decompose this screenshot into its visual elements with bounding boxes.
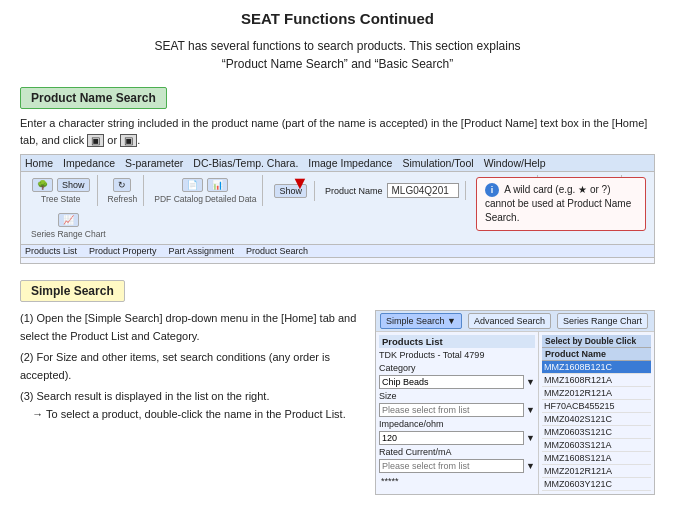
refresh-label: Refresh [108, 194, 138, 204]
toolbar-bottom-bar: Products List Product Property Part Assi… [21, 245, 654, 258]
toolbar-product-name-group: Product Name [319, 181, 466, 200]
product-name-search-section: Product Name Search Enter a character st… [20, 87, 655, 264]
ss-impedance-label: Impedance/ohm [379, 419, 459, 429]
ss-toolbar: Simple Search ▼ Advanced Search Series R… [376, 311, 654, 332]
ss-impedance-input[interactable] [379, 431, 524, 445]
simple-search-ui-col: Simple Search ▼ Advanced Search Series R… [375, 310, 655, 495]
tree-state-btn[interactable]: 🌳 [32, 178, 53, 192]
tree-state-label: Tree State [41, 194, 80, 204]
product-name-label: Product Name [325, 186, 383, 196]
product-name-search-description: Enter a character string included in the… [20, 115, 655, 148]
ss-category-label: Category [379, 363, 459, 373]
menu-home[interactable]: Home [25, 157, 53, 169]
ss-size-label: Size [379, 391, 459, 401]
ss-stars: ***** [381, 476, 399, 486]
intro-text: SEAT has several functions to search pro… [20, 37, 655, 73]
simple-search-content: (1) Open the [Simple Search] drop-down m… [20, 310, 655, 495]
product-name-search-header: Product Name Search [20, 87, 167, 109]
toolbar-series-range-group: 📈 Series Range Chart [25, 210, 112, 241]
click-indicator-2: ▣ [120, 134, 137, 147]
simple-search-ui: Simple Search ▼ Advanced Search Series R… [375, 310, 655, 495]
menu-bar: Home Impedance S-parameter DC-Bias/Temp.… [21, 155, 654, 172]
info-icon: i [485, 183, 499, 197]
menu-dcbias[interactable]: DC-Bias/Temp. Chara. [193, 157, 298, 169]
list-item[interactable]: MMZ1608B121C [542, 361, 651, 374]
ss-series-range-btn[interactable]: Series Range Chart [557, 313, 648, 329]
tooltip-text: A wild card (e.g. ★ or ?) cannot be used… [485, 184, 631, 223]
list-item[interactable]: MMZ2012R121A [542, 465, 651, 478]
menu-image-impedance[interactable]: Image Impedance [308, 157, 392, 169]
ss-impedance-row: Impedance/ohm [379, 419, 535, 429]
ss-size-row: Size [379, 391, 535, 401]
menu-window-help[interactable]: Window/Help [484, 157, 546, 169]
ss-impedance-input-row: ▼ [379, 431, 535, 445]
ss-size-dropdown-arrow[interactable]: ▼ [526, 405, 535, 415]
bottom-products-list: Products List [25, 246, 77, 256]
list-item[interactable]: MMZ1608S121A [542, 452, 651, 465]
ss-products-list-label: Products List [379, 335, 535, 348]
list-item[interactable]: MMZ2012R121A [542, 387, 651, 400]
toolbar-pdf-group: 📄 📊 PDF Catalog Detailed Data [148, 175, 263, 206]
simple-search-step-2: (2) For Size and other items, set search… [20, 349, 361, 384]
page-title: SEAT Functions Continued [20, 10, 655, 27]
ss-product-list-panel: Select by Double Click Product Name MMZ1… [539, 332, 654, 494]
bottom-product-search: Product Search [246, 246, 308, 256]
ss-select-header: Select by Double Click [542, 335, 639, 347]
menu-simulation[interactable]: Simulation/Tool [402, 157, 473, 169]
simple-search-description-col: (1) Open the [Simple Search] drop-down m… [20, 310, 361, 428]
pdf-catalog-label: PDF Catalog [154, 194, 203, 204]
list-item[interactable]: MMZ1608R121A [542, 374, 651, 387]
ss-category-row: Category [379, 363, 535, 373]
ss-size-select-row: ▼ [379, 403, 535, 417]
list-item[interactable]: MMZ0402S121C [542, 413, 651, 426]
ss-product-list-header-row: Select by Double Click [542, 335, 651, 348]
simple-search-step-3: (3) Search result is displayed in the li… [20, 388, 361, 423]
simple-search-header: Simple Search [20, 280, 125, 302]
ss-product-header: Product Name [542, 348, 609, 360]
list-item[interactable]: HF70ACB455215 [542, 400, 651, 413]
product-name-input[interactable] [387, 183, 459, 198]
series-range-btn[interactable]: 📈 [58, 213, 79, 227]
ss-impedance-dropdown-arrow[interactable]: ▼ [526, 433, 535, 443]
list-item[interactable]: MMZ0603S121A [542, 439, 651, 452]
detailed-data-btn[interactable]: 📊 [207, 178, 228, 192]
list-item[interactable]: MMZ0603Y121C [542, 478, 651, 491]
ss-size-input[interactable] [379, 403, 524, 417]
refresh-btn[interactable]: ↻ [113, 178, 131, 192]
toolbar-treestate-group: 🌳 Show Tree State [25, 175, 98, 206]
list-item[interactable]: MMZ0603S121C [542, 426, 651, 439]
ss-total-label: TDK Products - Total 4799 [379, 350, 535, 360]
ss-product-name-header-row: Product Name [542, 348, 651, 361]
menu-impedance[interactable]: Impedance [63, 157, 115, 169]
detailed-data-label: Detailed Data [205, 194, 257, 204]
ss-rated-current-input-row: ▼ [379, 459, 535, 473]
product-name-search-screenshot: Home Impedance S-parameter DC-Bias/Temp.… [20, 154, 655, 264]
wildcard-tooltip: i A wild card (e.g. ★ or ?) cannot be us… [476, 177, 646, 231]
red-arrow-indicator: ▼ [291, 173, 309, 194]
toolbar-refresh-group: ↻ Refresh [102, 175, 145, 206]
ss-category-dropdown-arrow[interactable]: ▼ [526, 377, 535, 387]
ss-rated-current-row: Rated Current/mA [379, 447, 535, 457]
ss-rated-current-dropdown-arrow[interactable]: ▼ [526, 461, 535, 471]
ss-product-list-items: MMZ1608B121C MMZ1608R121A MMZ2012R121A H… [542, 361, 651, 491]
bottom-part-assignment: Part Assignment [169, 246, 235, 256]
ss-category-input[interactable] [379, 375, 524, 389]
ss-advanced-search-btn[interactable]: Advanced Search [468, 313, 551, 329]
show-btn-1[interactable]: Show [57, 178, 90, 192]
bottom-product-property: Product Property [89, 246, 157, 256]
pdf-catalog-btn[interactable]: 📄 [182, 178, 203, 192]
ss-category-select-row: ▼ [379, 375, 535, 389]
ss-content: Products List TDK Products - Total 4799 … [376, 332, 654, 494]
ss-stars-row: ***** [379, 475, 535, 487]
ss-rated-current-label: Rated Current/mA [379, 447, 459, 457]
series-range-label: Series Range Chart [31, 229, 106, 239]
simple-search-section: Simple Search (1) Open the [Simple Searc… [20, 280, 655, 495]
ss-rated-current-input[interactable] [379, 459, 524, 473]
ss-search-panel: Products List TDK Products - Total 4799 … [376, 332, 539, 494]
ss-simple-search-btn[interactable]: Simple Search ▼ [380, 313, 462, 329]
click-indicator-1: ▣ [87, 134, 104, 147]
menu-sparameter[interactable]: S-parameter [125, 157, 183, 169]
simple-search-step-1: (1) Open the [Simple Search] drop-down m… [20, 310, 361, 345]
